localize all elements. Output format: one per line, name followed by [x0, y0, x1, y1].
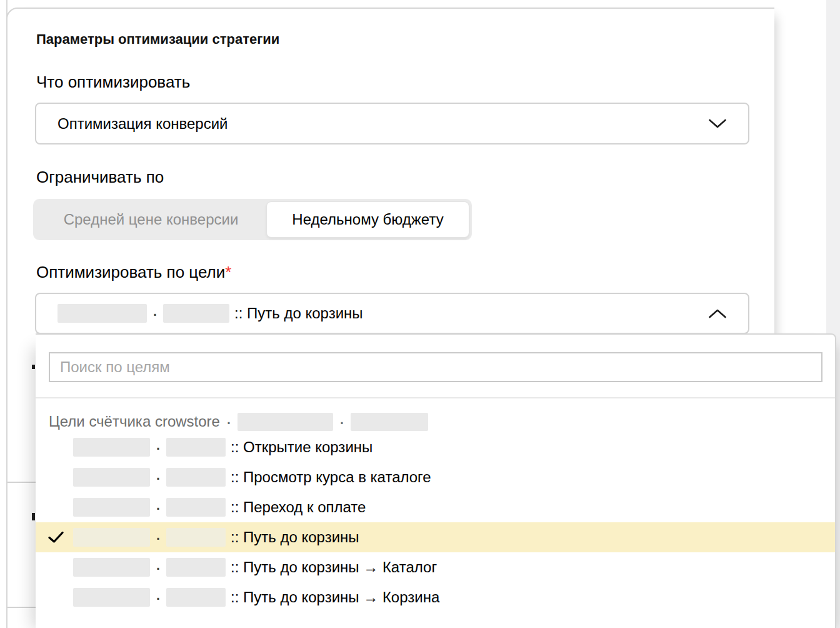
section-title: Параметры оптимизации стратегии [36, 31, 279, 48]
redacted-goal-id [163, 304, 229, 323]
goal-list-item[interactable]: · :: Путь до корзины → Корзина [36, 582, 835, 612]
redacted-counter-id [73, 528, 150, 547]
panel-divider [36, 397, 835, 398]
goal-name: :: Путь до корзины [231, 529, 359, 546]
goal-name: :: Путь до корзины → Каталог [231, 559, 437, 576]
redacted-counter-id [73, 468, 150, 487]
goal-list-item[interactable]: · :: Переход к оплате [36, 492, 835, 522]
goal-name: :: Просмотр курса в каталоге [231, 468, 431, 486]
separator-dot: · [155, 438, 161, 457]
redacted-goal-id [166, 558, 226, 577]
redacted-goal-id [166, 588, 226, 607]
redacted-goal-id [166, 528, 226, 547]
separator-dot: · [155, 498, 161, 517]
separator-dot: · [155, 558, 161, 577]
goal-list-item[interactable]: · :: Открытие корзины [36, 432, 835, 462]
goal-dropdown-panel: Цели счётчика crowstore · · · :: Открыти… [36, 333, 836, 628]
goal-list: · :: Открытие корзины · :: Просмотр курс… [36, 432, 835, 612]
page: Параметры оптимизации стратегии Что опти… [0, 0, 840, 628]
goal-select-value: :: Путь до корзины [234, 305, 363, 322]
chevron-down-icon [708, 118, 727, 129]
redacted-counter-id [238, 413, 333, 431]
goal-name: :: Открытие корзины [231, 438, 372, 456]
goal-select[interactable]: · :: Путь до корзины [35, 293, 749, 334]
segment-average-conversion-cost[interactable]: Средней цене конверсии [33, 199, 269, 240]
optimize-by-goal-label: Оптимизировать по цели* [36, 263, 231, 282]
goal-list-item[interactable]: · :: Путь до корзины [36, 522, 835, 552]
what-to-optimize-label: Что оптимизировать [36, 73, 190, 92]
segment-weekly-budget[interactable]: Недельному бюджету [266, 201, 469, 238]
clipped-underlying-text [32, 365, 35, 369]
goal-name: :: Путь до корзины → Корзина [231, 589, 439, 606]
separator-dot: · [155, 588, 161, 607]
separator-dot: · [155, 468, 161, 487]
separator-dot: · [152, 304, 158, 323]
redacted-counter-id [73, 588, 150, 607]
required-asterisk: * [225, 263, 231, 281]
group-header-label: Цели счётчика crowstore [49, 413, 220, 430]
check-icon [48, 531, 64, 544]
underlying-card-divider [8, 607, 36, 608]
goal-search-input[interactable] [49, 352, 822, 382]
redacted-goal-id [166, 438, 226, 457]
limit-by-label: Ограничивать по [36, 168, 164, 187]
limit-by-segmented-control: Средней цене конверсии Недельному бюджет… [33, 199, 472, 240]
goal-name: :: Переход к оплате [231, 499, 366, 516]
goal-list-item[interactable]: · :: Путь до корзины → Каталог [36, 552, 835, 582]
what-to-optimize-select[interactable]: Оптимизация конверсий [35, 103, 749, 144]
redacted-goal-id [166, 498, 226, 517]
redacted-counter-id [73, 558, 150, 577]
chevron-up-icon [708, 308, 727, 319]
underlying-card-divider [8, 482, 36, 483]
redacted-counter-id [351, 413, 428, 431]
counter-group-header: Цели счётчика crowstore · · [49, 412, 428, 431]
separator-dot: · [226, 412, 232, 431]
redacted-counter-id [73, 498, 150, 517]
goal-list-item[interactable]: · :: Просмотр курса в каталоге [36, 462, 835, 492]
redacted-goal-id [166, 468, 226, 487]
separator-dot: · [155, 528, 161, 547]
redacted-counter-id [58, 304, 147, 323]
clipped-underlying-text [32, 513, 35, 520]
separator-dot: · [339, 412, 345, 431]
redacted-counter-id [73, 438, 150, 457]
what-to-optimize-value: Оптимизация конверсий [58, 115, 228, 133]
